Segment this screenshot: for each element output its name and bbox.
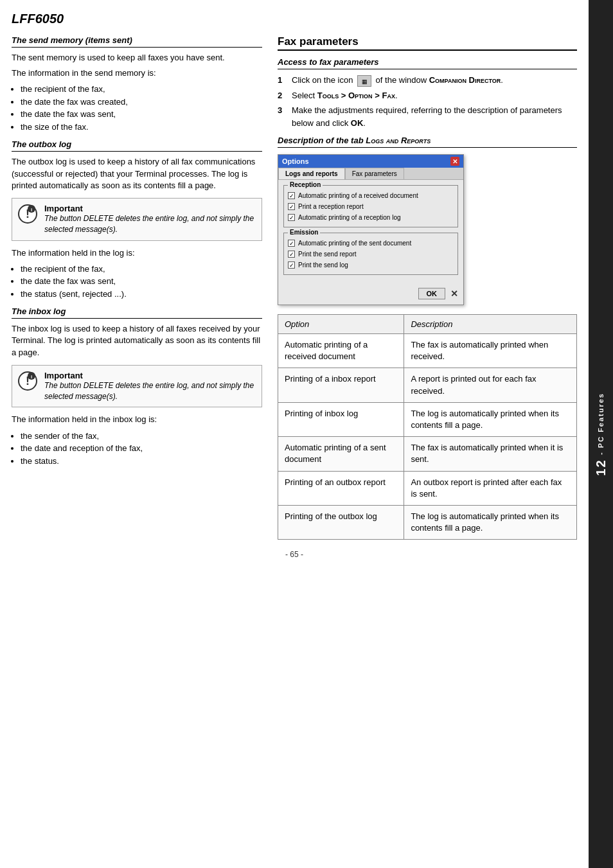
left-column: The send memory (items sent) The sent me… [12,35,262,540]
table-cell-description: The fax is automatically printed when re… [404,334,577,368]
list-item: the date the fax was created, [21,96,262,109]
checkbox-reception-report[interactable]: ✓ [288,203,295,210]
two-col-layout: The send memory (items sent) The sent me… [12,35,577,540]
main-content: LFF6050 The send memory (items sent) The… [0,0,589,868]
table-row: Printing of an outbox report An outbox r… [278,471,577,505]
step-2: 2 Select Tools > Option > Fax. [278,89,577,102]
list-item: the recipient of the fax, [21,263,262,276]
table-cell-option: Printing of an outbox report [278,471,404,505]
emission-group: Emission ✓ Automatic printing of the sen… [283,233,458,275]
inbox-log-list: the sender of the fax, the date and rece… [21,430,262,468]
options-dialog: Options ✕ Logs and reports Fax parameter… [278,154,464,305]
dialog-title: Options [282,157,309,165]
list-item: the date the fax was sent, [21,108,262,121]
important-icon: ! i [17,204,38,224]
table-cell-description: The log is automatically printed when it… [404,402,577,436]
inbox-important-text: The button DELETE deletes the entire log… [44,380,256,402]
checkbox-row: ✓ Automatic printing of a received docum… [288,192,454,199]
dialog-tab-logs[interactable]: Logs and reports [278,168,345,179]
table-row: Printing of the outbox log The log is au… [278,505,577,539]
side-tab-label: 12 - PC Features [594,393,609,476]
reception-group-label: Reception [288,181,323,188]
checkbox-row: ✓ Print a reception report [288,203,454,210]
list-item: the recipient of the fax, [21,83,262,96]
checkbox-label: Print a reception report [298,203,364,210]
emission-group-label: Emission [288,229,320,236]
table-cell-option: Printing of a inbox report [278,368,404,402]
send-memory-list: the recipient of the fax, the date the f… [21,83,262,133]
dialog-cancel-button[interactable]: ✕ [450,288,458,299]
checkbox-auto-print[interactable]: ✓ [288,192,295,199]
fax-params-title: Fax parameters [278,35,577,51]
table-cell-description: The log is automatically printed when it… [404,505,577,539]
table-cell-option: Printing of inbox log [278,402,404,436]
outbox-log-info-intro: The information held in the log is: [12,247,262,259]
list-item: the status. [21,455,262,468]
access-steps-list: 1 Click on the icon ▦ of the window Comp… [278,74,577,129]
step-3: 3 Make the adjustments required, referri… [278,104,577,129]
inbox-important-box: ! i Important The button DELETE deletes … [12,365,262,408]
outbox-important-label: Important [44,204,83,213]
send-memory-intro: The sent memory is used to keep all faxe… [12,52,262,64]
important-icon-2: ! i [17,371,38,391]
outbox-important-box: ! i Important The button DELETE deletes … [12,198,262,241]
inbox-important-content: Important The button DELETE deletes the … [44,371,256,402]
checkbox-row: ✓ Print the send report [288,251,454,258]
dialog-titlebar: Options ✕ [278,155,463,168]
svg-text:i: i [31,207,32,213]
list-item: the date the fax was sent, [21,275,262,288]
page-title: LFF6050 [12,12,577,26]
reception-group: Reception ✓ Automatic printing of a rece… [283,185,458,227]
table-row: Automatic printing of a received documen… [278,334,577,368]
inbox-log-intro: The inbox log is used to keep a history … [12,323,262,359]
table-row: Printing of inbox log The log is automat… [278,402,577,436]
table-row: Printing of a inbox report A report is p… [278,368,577,402]
checkbox-reception-log[interactable]: ✓ [288,214,295,221]
table-cell-option: Automatic printing of a received documen… [278,334,404,368]
dialog-footer: OK ✕ [278,285,463,305]
access-fax-title: Access to fax parameters [278,57,577,69]
checkbox-row: ✓ Automatic printing of the sent documen… [288,240,454,247]
step-1-num: 1 [278,74,287,87]
checkbox-send-log[interactable]: ✓ [288,261,295,269]
step-1: 1 Click on the icon ▦ of the window Comp… [278,74,577,87]
dialog-tab-fax-params[interactable]: Fax parameters [345,168,404,179]
table-cell-description: The fax is automatically printed when it… [404,437,577,471]
dialog-ok-button[interactable]: OK [418,288,446,299]
table-cell-description: A report is printed out for each fax rec… [404,368,577,402]
send-memory-info-intro: The information in the send memory is: [12,67,262,79]
dialog-close-button[interactable]: ✕ [450,157,459,166]
inbox-important-label: Important [44,371,83,380]
checkbox-row: ✓ Print the send log [288,261,454,269]
send-memory-title: The send memory (items sent) [12,35,262,48]
outbox-log-title: The outbox log [12,139,262,152]
companion-icon: ▦ [357,75,371,87]
checkbox-auto-sent[interactable]: ✓ [288,240,295,247]
checkbox-row: ✓ Automatic printing of a reception log [288,214,454,221]
params-table: Option Description Automatic printing of… [278,314,577,540]
dialog-body: Reception ✓ Automatic printing of a rece… [278,180,463,285]
outbox-log-intro: The outbox log is used to keep a history… [12,156,262,191]
dialog-tabs: Logs and reports Fax parameters [278,168,463,180]
side-tab: 12 - PC Features [589,0,613,868]
checkbox-label: Automatic printing of a received documen… [298,192,418,199]
table-row: Automatic printing of a sent document Th… [278,437,577,471]
list-item: the date and reception of the fax, [21,442,262,455]
list-item: the size of the fax. [21,121,262,134]
step-1-text: Click on the icon ▦ of the window Compan… [292,74,503,87]
outbox-important-text: The button DELETE deletes the entire log… [44,213,256,235]
svg-text:i: i [31,374,32,380]
list-item: the sender of the fax, [21,430,262,443]
checkbox-label: Automatic printing of the sent document [298,240,411,247]
checkbox-send-report[interactable]: ✓ [288,251,295,258]
page-number: - 65 - [12,550,577,559]
desc-title: Description of the tab Logs and Reports [278,136,577,148]
step-3-text: Make the adjustments required, referring… [292,104,577,129]
step-3-num: 3 [278,104,287,117]
checkbox-label: Print the send log [298,261,348,269]
right-column: Fax parameters Access to fax parameters … [278,35,577,540]
inbox-log-title: The inbox log [12,306,262,319]
inbox-log-info-intro: The information held in the inbox log is… [12,414,262,425]
table-cell-description: An outbox report is printed after each f… [404,471,577,505]
table-header-description: Description [404,315,577,334]
